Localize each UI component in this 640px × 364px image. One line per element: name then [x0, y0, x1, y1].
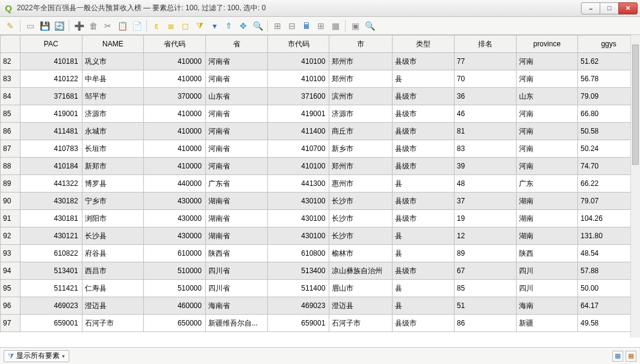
row-number[interactable]: 84	[1, 88, 20, 105]
cell-pcode[interactable]: 460000	[144, 297, 206, 315]
cell-ccode[interactable]: 410100	[267, 158, 329, 175]
delete-icon[interactable]: 🗑	[87, 19, 100, 32]
row-number[interactable]: 93	[1, 245, 20, 262]
row-number[interactable]: 91	[1, 210, 20, 227]
column-header[interactable]: 省代码	[144, 35, 206, 53]
cell-province[interactable]: 湖南	[516, 210, 578, 227]
cell-rank[interactable]: 86	[454, 315, 516, 332]
cell-rank[interactable]: 51	[454, 297, 516, 315]
cell-prov[interactable]: 河南省	[205, 158, 267, 175]
field-calc-icon[interactable]: 🖩	[300, 19, 313, 32]
cell-pac[interactable]: 410181	[20, 53, 82, 70]
cell-city[interactable]: 长沙市	[329, 227, 393, 245]
deselect-icon[interactable]: ◻	[179, 19, 192, 32]
cell-rank[interactable]: 67	[454, 262, 516, 280]
cell-name[interactable]: 长垣市	[82, 140, 144, 158]
cell-province[interactable]: 河南	[516, 140, 578, 158]
cell-city[interactable]: 凉山彝族自治州	[329, 262, 393, 280]
cell-pac[interactable]: 410783	[20, 140, 82, 158]
cell-type[interactable]: 县	[393, 245, 455, 262]
table-row[interactable]: 84371681邹平市370000山东省371600滨州市县级市36山东79.0…	[1, 88, 640, 105]
cell-type[interactable]: 县级市	[393, 193, 455, 210]
row-number[interactable]: 87	[1, 140, 20, 158]
row-number[interactable]: 94	[1, 262, 20, 280]
row-number[interactable]: 90	[1, 193, 20, 210]
table-row[interactable]: 94513401西昌市510000四川省513400凉山彝族自治州县级市67四川…	[1, 262, 640, 280]
column-header[interactable]: 市	[329, 35, 393, 53]
cell-rank[interactable]: 39	[454, 158, 516, 175]
cell-ccode[interactable]: 371600	[267, 88, 329, 105]
cell-province[interactable]: 湖南	[516, 227, 578, 245]
new-field-icon[interactable]: ⊞	[271, 19, 284, 32]
cell-rank[interactable]: 89	[454, 245, 516, 262]
cell-ccode[interactable]: 411400	[267, 123, 329, 140]
cell-pcode[interactable]: 430000	[144, 210, 206, 227]
cell-name[interactable]: 巩义市	[82, 53, 144, 70]
add-feature-icon[interactable]: ➕	[72, 19, 85, 32]
cell-name[interactable]: 仁寿县	[82, 280, 144, 297]
filter-mode-button[interactable]: ⧩ 显示所有要素 ▾	[4, 350, 69, 362]
cell-pac[interactable]: 469023	[20, 297, 82, 315]
column-header[interactable]: 市代码	[267, 35, 329, 53]
organize-icon[interactable]: ⊞	[314, 19, 328, 32]
cell-type[interactable]: 县级市	[393, 105, 455, 123]
cell-city[interactable]: 石河子市	[329, 315, 393, 332]
row-number[interactable]: 92	[1, 227, 20, 245]
cut-icon[interactable]: ✂	[101, 19, 114, 32]
cell-pcode[interactable]: 410000	[144, 105, 206, 123]
table-row[interactable]: 93610822府谷县610000陕西省610800榆林市县89陕西48.54	[1, 245, 640, 262]
cell-name[interactable]: 新郑市	[82, 158, 144, 175]
filter-select-icon[interactable]: ⧩	[193, 19, 207, 32]
cell-type[interactable]: 县级市	[393, 158, 455, 175]
cell-name[interactable]: 邹平市	[82, 88, 144, 105]
table-row[interactable]: 89441322博罗县440000广东省441300惠州市县48广东66.22	[1, 175, 640, 193]
cell-pcode[interactable]: 440000	[144, 175, 206, 193]
cell-pac[interactable]: 610822	[20, 245, 82, 262]
cell-name[interactable]: 石河子市	[82, 315, 144, 332]
cell-city[interactable]: 榆林市	[329, 245, 393, 262]
cell-type[interactable]: 县	[393, 297, 455, 315]
cell-province[interactable]: 海南	[516, 297, 578, 315]
table-row[interactable]: 82410181巩义市410000河南省410100郑州市县级市77河南51.6…	[1, 53, 640, 70]
cell-ccode[interactable]: 511400	[267, 280, 329, 297]
cell-ccode[interactable]: 410100	[267, 70, 329, 88]
cell-province[interactable]: 河南	[516, 53, 578, 70]
cell-city[interactable]: 澄迈县	[329, 297, 393, 315]
cell-pac[interactable]: 430181	[20, 210, 82, 227]
cell-ccode[interactable]: 441300	[267, 175, 329, 193]
table-row[interactable]: 90430182宁乡市430000湖南省430100长沙市县级市37湖南79.0…	[1, 193, 640, 210]
cell-name[interactable]: 府谷县	[82, 245, 144, 262]
cell-prov[interactable]: 河南省	[205, 53, 267, 70]
cell-pac[interactable]: 513401	[20, 262, 82, 280]
cell-pac[interactable]: 410122	[20, 70, 82, 88]
cell-ccode[interactable]: 469023	[267, 297, 329, 315]
cell-prov[interactable]: 河南省	[205, 140, 267, 158]
cell-rank[interactable]: 19	[454, 210, 516, 227]
move-top-icon[interactable]: ⇑	[222, 19, 235, 32]
cell-prov[interactable]: 河南省	[205, 105, 267, 123]
cell-province[interactable]: 河南	[516, 105, 578, 123]
table-row[interactable]: 87410783长垣市410000河南省410700新乡市县级市83河南50.2…	[1, 140, 640, 158]
cell-prov[interactable]: 陕西省	[205, 245, 267, 262]
cell-city[interactable]: 惠州市	[329, 175, 393, 193]
table-row[interactable]: 92430121长沙县430000湖南省430100长沙市县12湖南131.80	[1, 227, 640, 245]
refresh-icon[interactable]: 🔄	[52, 19, 66, 32]
cell-name[interactable]: 永城市	[82, 123, 144, 140]
cell-name[interactable]: 长沙县	[82, 227, 144, 245]
cell-name[interactable]: 浏阳市	[82, 210, 144, 227]
cell-pcode[interactable]: 610000	[144, 245, 206, 262]
cell-city[interactable]: 长沙市	[329, 210, 393, 227]
cell-prov[interactable]: 四川省	[205, 262, 267, 280]
column-header[interactable]: province	[516, 35, 578, 53]
table-row[interactable]: 97659001石河子市650000新疆维吾尔自...659001石河子市县级市…	[1, 315, 640, 332]
cell-ccode[interactable]: 430100	[267, 210, 329, 227]
zoom-selected-icon[interactable]: 🔍	[251, 19, 264, 32]
cell-prov[interactable]: 湖南省	[205, 210, 267, 227]
cell-ccode[interactable]: 430100	[267, 193, 329, 210]
cell-city[interactable]: 郑州市	[329, 158, 393, 175]
cell-prov[interactable]: 河南省	[205, 123, 267, 140]
cell-pcode[interactable]: 410000	[144, 70, 206, 88]
column-header[interactable]: 省	[205, 35, 267, 53]
maximize-button[interactable]	[600, 2, 619, 14]
cell-ccode[interactable]: 513400	[267, 262, 329, 280]
